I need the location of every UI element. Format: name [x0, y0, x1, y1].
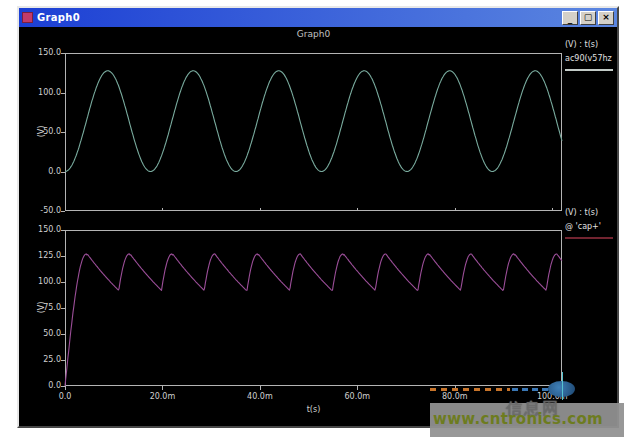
y-tick-mark — [61, 230, 65, 231]
graph-window: Graph0 _ ▢ × Graph0 (V) (V) t(s) (V) : t… — [17, 6, 619, 428]
y-tick-mark — [61, 256, 65, 257]
y-tick-mark — [61, 360, 65, 361]
x-tick-mark — [65, 208, 66, 211]
top-plot-legend: (V) : t(s) ac90(v57hz — [565, 40, 617, 71]
y-tick-label: 100.0 — [23, 88, 61, 97]
x-tick-label: 40.0m — [238, 392, 282, 401]
y-tick-label: 100.0 — [23, 277, 61, 286]
x-tick-mark — [455, 208, 456, 211]
watermark-orange-dashes — [430, 388, 510, 391]
y-tick-label: 0.0 — [23, 381, 61, 390]
y-tick-label: -50.0 — [23, 206, 61, 215]
y-tick-label: 75.0 — [23, 303, 61, 312]
y-tick-label: 25.0 — [23, 355, 61, 364]
graph-client-area: Graph0 (V) (V) t(s) (V) : t(s) ac90(v57h… — [19, 27, 617, 426]
y-tick-mark — [61, 53, 65, 54]
x-tick-mark — [65, 386, 66, 390]
watermark-url: www.cntronics.com — [433, 410, 603, 428]
window-titlebar[interactable]: Graph0 _ ▢ × — [19, 8, 617, 27]
bottom-legend-trace-label[interactable]: @ 'cap+' — [565, 222, 617, 232]
y-tick-mark — [61, 172, 65, 173]
top-plot-trace — [65, 53, 562, 211]
y-tick-label: 150.0 — [23, 48, 61, 57]
x-tick-label: 80.0m — [433, 392, 477, 401]
x-tick-mark — [357, 386, 358, 390]
y-tick-mark — [61, 308, 65, 309]
close-icon: × — [602, 13, 610, 22]
watermark-teal-line — [562, 372, 563, 400]
x-tick-mark — [357, 208, 358, 211]
bottom-plot-trace — [65, 230, 562, 386]
x-tick-mark — [162, 386, 163, 390]
minimize-icon: _ — [568, 15, 573, 24]
y-tick-mark — [61, 132, 65, 133]
bottom-plot-legend: (V) : t(s) @ 'cap+' — [565, 208, 617, 239]
x-tick-mark — [260, 386, 261, 390]
y-tick-label: 50.0 — [23, 127, 61, 136]
y-tick-mark — [61, 93, 65, 94]
screenshot-stage: Graph0 _ ▢ × Graph0 (V) (V) t(s) (V) : t… — [0, 0, 624, 437]
y-tick-label: 0.0 — [23, 167, 61, 176]
y-tick-mark — [61, 334, 65, 335]
x-tick-label: 60.0m — [335, 392, 379, 401]
minimize-button[interactable]: _ — [562, 11, 578, 25]
window-title: Graph0 — [37, 12, 560, 23]
close-button[interactable]: × — [598, 11, 614, 25]
top-legend-color-swatch — [565, 69, 613, 71]
graph-title: Graph0 — [65, 29, 562, 39]
x-tick-mark — [260, 208, 261, 211]
x-tick-label: 20.0m — [140, 392, 184, 401]
graph-app-icon — [22, 12, 33, 23]
top-legend-trace-label[interactable]: ac90(v57hz — [565, 54, 617, 64]
x-tick-mark — [552, 208, 553, 211]
maximize-button[interactable]: ▢ — [580, 11, 596, 25]
top-legend-header: (V) : t(s) — [565, 40, 617, 50]
x-tick-label: 0.0 — [43, 392, 87, 401]
x-tick-mark — [162, 208, 163, 211]
y-tick-mark — [61, 211, 65, 212]
y-tick-label: 50.0 — [23, 329, 61, 338]
bottom-legend-color-swatch — [565, 237, 613, 239]
maximize-icon: ▢ — [584, 13, 593, 22]
bottom-legend-header: (V) : t(s) — [565, 208, 617, 218]
y-tick-label: 150.0 — [23, 225, 61, 234]
y-tick-label: 125.0 — [23, 251, 61, 260]
y-tick-mark — [61, 282, 65, 283]
